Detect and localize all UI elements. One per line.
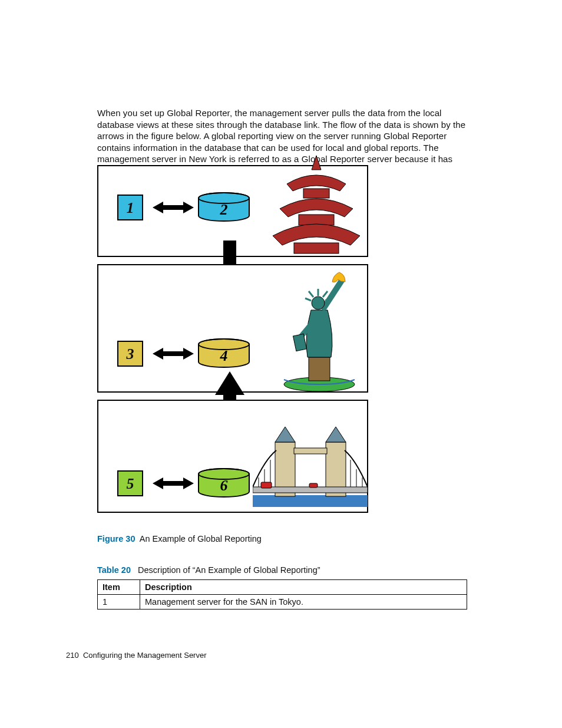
svg-rect-24 (253, 495, 368, 507)
item-6-label: 6 (220, 477, 228, 494)
svg-marker-21 (153, 477, 194, 489)
svg-rect-6 (294, 243, 339, 253)
database-4-icon: 4 (197, 338, 250, 363)
svg-line-16 (323, 291, 328, 297)
item-4-label: 4 (220, 347, 228, 364)
double-arrow-icon (153, 477, 194, 489)
double-arrow-icon (153, 202, 194, 213)
cell-desc: Management server for the SAN in Tokyo. (140, 595, 467, 610)
pagoda-icon (269, 156, 363, 258)
svg-rect-38 (309, 483, 318, 487)
svg-line-17 (305, 298, 311, 301)
svg-rect-19 (293, 334, 306, 351)
description-table: Item Description 1 Management server for… (97, 579, 467, 610)
col-item-header: Item (98, 580, 140, 595)
table-row: 1 Management server for the SAN in Tokyo… (98, 595, 467, 610)
page: When you set up Global Reporter, the man… (0, 0, 562, 728)
table-caption: Table 20 Description of “An Example of G… (97, 565, 320, 575)
item-1-box: 1 (117, 195, 143, 220)
figure-caption: Figure 30 An Example of Global Reporting (97, 534, 262, 543)
panel-london: 5 6 (97, 400, 368, 513)
svg-rect-4 (303, 189, 329, 198)
item-2-label: 2 (220, 201, 228, 218)
statue-of-liberty-icon (266, 269, 366, 395)
figure-label: Figure 30 (97, 534, 135, 543)
section-title: Configuring the Management Server (83, 651, 207, 660)
svg-rect-12 (309, 357, 330, 381)
cell-item: 1 (98, 595, 140, 610)
double-arrow-icon (153, 348, 194, 360)
svg-marker-3 (312, 156, 321, 170)
svg-rect-5 (299, 215, 334, 225)
svg-marker-8 (153, 348, 194, 360)
database-6-icon: 6 (197, 468, 250, 493)
database-2-icon: 2 (197, 192, 250, 217)
col-desc-header: Description (140, 580, 467, 595)
svg-marker-0 (153, 202, 194, 213)
item-5-box: 5 (117, 470, 143, 496)
svg-rect-29 (294, 448, 327, 454)
figure-30: 1 2 (97, 165, 368, 513)
item-3-box: 3 (117, 341, 143, 367)
svg-point-13 (312, 297, 325, 309)
table-header-row: Item Description (98, 580, 467, 595)
table-caption-text: Description of “An Example of Global Rep… (138, 565, 320, 575)
page-footer: 210 Configuring the Management Server (66, 651, 207, 660)
svg-marker-26 (275, 427, 295, 442)
table-label: Table 20 (97, 565, 131, 575)
svg-rect-37 (261, 482, 272, 488)
tower-bridge-icon (253, 419, 368, 515)
figure-caption-text: An Example of Global Reporting (140, 534, 262, 543)
svg-line-15 (309, 291, 313, 297)
page-number: 210 (66, 651, 79, 660)
svg-marker-28 (326, 427, 346, 442)
